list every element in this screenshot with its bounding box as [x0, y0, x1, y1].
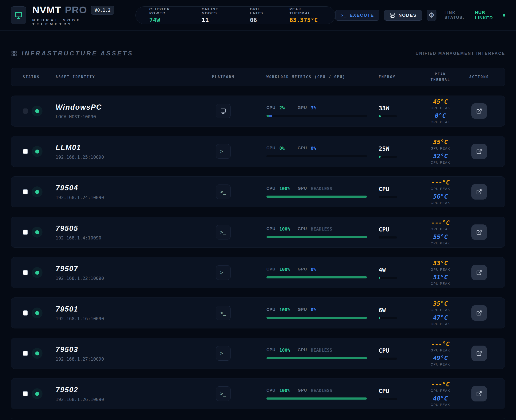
external-link-icon — [476, 350, 482, 357]
open-node-button[interactable] — [471, 265, 487, 280]
status-dot-icon — [35, 109, 39, 113]
gpu-peak-value: 45°C — [418, 98, 463, 105]
gpu-value: 3% — [311, 105, 316, 110]
asset-name: 79507 — [56, 265, 200, 273]
workload-bar — [266, 357, 367, 359]
gpu-value: HEADLESS — [311, 388, 332, 393]
row-checkbox[interactable] — [23, 391, 28, 396]
platform-indicator: >_ — [216, 265, 231, 280]
open-node-button[interactable] — [471, 345, 487, 361]
gpu-peak-value: ---°C — [418, 179, 463, 186]
platform-indicator: >_ — [216, 346, 231, 360]
gpu-label: GPU — [298, 226, 307, 231]
row-checkbox[interactable] — [23, 108, 28, 114]
workload-bar-cpu-fill — [266, 195, 367, 198]
terminal-prompt-icon: >_ — [341, 13, 347, 18]
app-title-block: NVMT PRO V0.1.2 NEURAL NODE TELEMETRY — [32, 4, 119, 26]
terminal-icon: >_ — [220, 270, 226, 275]
execute-button-label: EXECUTE — [350, 13, 374, 18]
status-dot-icon — [35, 150, 39, 154]
open-node-button[interactable] — [471, 103, 487, 119]
column-header-energy: ENERGY — [364, 75, 404, 79]
stat-label: GPU UNITS — [250, 7, 272, 15]
gpu-peak-value: 35°C — [418, 139, 463, 146]
status-indicator — [32, 146, 43, 157]
external-link-icon — [476, 310, 482, 316]
gpu-label: GPU — [298, 146, 307, 150]
asset-address: 192.168.1.26:10090 — [56, 397, 200, 402]
energy-bar — [379, 277, 397, 279]
energy-value: 6W — [379, 307, 404, 314]
gpu-value: 0% — [311, 267, 316, 272]
asset-address: 192.168.1.22:10090 — [56, 276, 200, 281]
app-subtitle: NEURAL NODE TELEMETRY — [32, 18, 119, 26]
gpu-peak-label: GPU PEAK — [418, 308, 463, 312]
asset-name: WindowsPC — [56, 103, 200, 112]
status-dot-icon — [35, 392, 39, 396]
cpu-label: CPU — [266, 267, 276, 272]
status-indicator — [32, 388, 43, 399]
open-node-button[interactable] — [471, 225, 487, 240]
cpu-peak-value: 47°C — [418, 314, 463, 321]
cpu-value: 100% — [279, 307, 294, 312]
gpu-label: GPU — [298, 186, 307, 191]
open-node-button[interactable] — [471, 386, 487, 401]
gpu-value: 0% — [311, 146, 316, 151]
asset-name: LLM01 — [56, 143, 200, 152]
cpu-value: 100% — [279, 186, 294, 191]
workload-bar-cpu-fill — [266, 236, 367, 238]
external-link-icon — [476, 188, 482, 195]
row-checkbox[interactable] — [23, 230, 28, 235]
gpu-peak-label: GPU PEAK — [418, 268, 463, 271]
open-node-button[interactable] — [471, 305, 487, 321]
energy-bar — [379, 236, 397, 239]
open-node-button[interactable] — [471, 184, 487, 200]
external-link-icon — [476, 108, 482, 114]
platform-indicator: >_ — [216, 185, 231, 199]
row-checkbox[interactable] — [23, 310, 28, 315]
asset-name: 79501 — [56, 305, 200, 313]
execute-button[interactable]: >_ EXECUTE — [335, 10, 380, 21]
workload-bar — [266, 195, 367, 198]
row-checkbox[interactable] — [23, 270, 28, 275]
gpu-value: HEADLESS — [311, 186, 332, 191]
external-link-icon — [476, 148, 482, 155]
nodes-button-label: NODES — [398, 13, 417, 18]
terminal-icon: >_ — [220, 189, 226, 195]
cpu-peak-value: 48°C — [418, 395, 463, 402]
column-header-platform: PLATFORM — [200, 75, 247, 79]
cpu-label: CPU — [266, 186, 276, 191]
asset-address: 192.168.1.4:10090 — [56, 235, 200, 240]
row-checkbox[interactable] — [23, 149, 28, 154]
app-header: NVMT PRO V0.1.2 NEURAL NODE TELEMETRY CL… — [0, 0, 516, 30]
workload-bar — [266, 317, 367, 319]
nodes-button[interactable]: NODES — [384, 10, 422, 21]
grid-layout-icon — [11, 50, 17, 57]
energy-bar — [379, 317, 397, 319]
asset-rows: WindowsPC LOCALHOST:10090 >_ CPU 2% GPU … — [11, 96, 505, 409]
terminal-icon: >_ — [220, 310, 226, 316]
row-checkbox[interactable] — [23, 351, 28, 356]
cpu-peak-label: CPU PEAK — [418, 120, 463, 124]
energy-bar — [379, 358, 397, 360]
gpu-value: HEADLESS — [311, 347, 332, 353]
workload-bar-cpu-fill — [266, 276, 367, 278]
status-dot-icon — [35, 230, 39, 234]
monitor-icon — [220, 108, 226, 114]
settings-button[interactable]: ⚙ — [427, 10, 436, 21]
workload-bar — [266, 236, 367, 238]
cpu-label: CPU — [266, 105, 276, 110]
gpu-label: GPU — [298, 105, 307, 110]
energy-value: CPU — [379, 226, 404, 233]
external-link-icon — [476, 269, 482, 276]
workload-bar — [266, 398, 367, 400]
cluster-stat: ONLINE NODES 11 — [202, 7, 232, 23]
link-status-dot-icon — [503, 14, 505, 17]
cpu-peak-label: CPU PEAK — [418, 322, 463, 326]
link-status-value: HUB LINKED — [475, 10, 500, 20]
row-checkbox[interactable] — [23, 189, 28, 194]
energy-bar-fill — [379, 277, 380, 279]
open-node-button[interactable] — [471, 144, 487, 159]
workload-bar-cpu-fill — [266, 115, 269, 117]
next-section-edge — [11, 418, 505, 420]
